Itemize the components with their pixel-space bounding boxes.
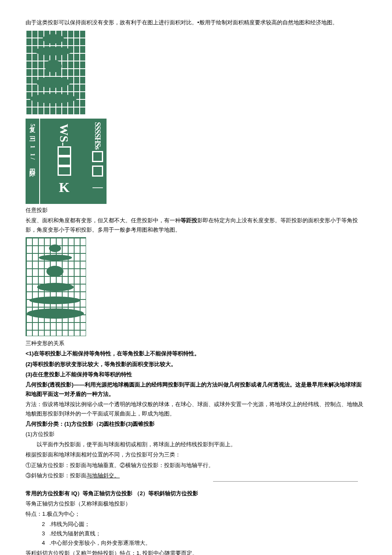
heading-geometric-class: 几何投影分类：(1)方位投影（2)圆柱投影(3)圆锥投影 xyxy=(26,419,366,429)
para-azimuthal-3: ③斜轴方位投影：投影面与地轴斜交。 xyxy=(26,471,366,480)
figure-tissot-grid xyxy=(26,237,86,336)
list-number: 3 xyxy=(26,529,49,538)
para-azimuthal-def: 以平面作为投影面，使平面与球面相切或相割，将球面上的经纬线投影到平面上。 xyxy=(26,440,366,449)
heading-geometric-projection: 几何投影(透视投影)——利用光源把地球椭圆面上的经纬网投影到平面上的方法叫做几何… xyxy=(26,380,366,399)
square-icon xyxy=(58,156,71,166)
text-span: 长度、面积和角度都有变形，但又都不大。任意投影中，有一种 xyxy=(26,217,181,224)
para-geometric-method: 方法：假设将地球按比例缩小成一个透明的地球仪般的球体，在球心、球面、或球外安置一… xyxy=(26,400,366,418)
para-arbitrary: 长度、面积和角度都有变形，但又都不大。任意投影中，有一种等距投影即在特定方向上没… xyxy=(26,216,366,235)
figure-label-card: 复5 三 T 1 1/ 四际 WS- K SSSSHSs — xyxy=(26,119,107,204)
heading-common-azimuthal: 常用的方位投影有 IQ）等角正轴切方位投影 （2）等积斜轴切方位投影 xyxy=(26,489,366,498)
text-span: ③斜轴方位投影：投影面 xyxy=(26,472,86,479)
figure-row-1: 复5 三 T 1 1/ 四际 WS- K SSSSHSs — xyxy=(26,28,366,204)
square-icon xyxy=(92,166,103,177)
figure-distortion-grid xyxy=(26,30,85,115)
heading-azimuthal: (1)方位投影 xyxy=(26,430,366,439)
relation-item-3: (3)在任意投影上不能保持等角和等积的特性 xyxy=(26,370,366,379)
figure-sss-text: SSSSHSs xyxy=(91,122,104,149)
figure-side-text: 复5 三 T 1 1/ 四际 xyxy=(26,119,40,204)
square-icon xyxy=(58,146,71,156)
heading-arbitrary-projection: 任意投影 xyxy=(26,206,366,215)
square-icon xyxy=(92,151,103,162)
list-number: 4 xyxy=(26,538,49,548)
square-icon xyxy=(58,166,71,176)
text-underline: 与地轴斜交。 xyxy=(86,472,120,479)
para-azimuthal-classes: 根据投影面和地球球面相对位置的不同，方位投影可分为三类： xyxy=(26,450,366,459)
feature-item-3: 3.经线为辐射的直线； xyxy=(26,529,366,538)
para-lambert: 等积斜切方位投影（又称兰勃特投影）特点：1. 投影中心随需要而定。 xyxy=(26,549,366,555)
dash-icon: — xyxy=(92,178,102,196)
para-conformal-azimuthal: 等角正轴切方位投影（又称球面极地投影） xyxy=(26,499,366,509)
list-number: 2 xyxy=(26,520,49,529)
feature-item-4: 4.中心部分变形较小，向外变形逐渐增大。 xyxy=(26,538,366,548)
feature-item-2: 2.纬线为同心圆； xyxy=(26,520,366,529)
feature-item-1: 特点：1.极点为中心； xyxy=(26,509,366,519)
figure-strip xyxy=(26,481,366,488)
figure-mid-col: WS- K xyxy=(40,119,89,204)
list-text: .纬线为同心圆； xyxy=(49,520,90,529)
figure-ws-text: WS- xyxy=(54,124,75,146)
para-azimuthal-12: ①正轴方位投影：投影面与地轴垂直。②横轴方位投影：投影面与地轴平行。 xyxy=(26,461,366,470)
heading-three-relations: 三种变形的关系 xyxy=(26,339,366,348)
figure-k-text: K xyxy=(59,176,69,199)
figure-right-col: SSSSHSs — xyxy=(88,119,107,204)
list-text: .经线为辐射的直线； xyxy=(49,529,101,538)
list-text: .中心部分变形较小，向外变形逐渐增大。 xyxy=(49,538,151,548)
text-bold: 等距投 xyxy=(181,217,197,224)
para-equal-area-intro: 由于这类投影可以保持面积没有变形，故有利于在图上进行面积对比。•般用于绘制对面积… xyxy=(26,18,366,27)
relation-item-2: (2)等积投影的形状变形比较大，等角投影的面积变形比较大。 xyxy=(26,360,366,369)
relation-item-1: <1)在等积投影上不能保持等角特性，在等角投影上不能保持等积特性。 xyxy=(26,349,366,358)
